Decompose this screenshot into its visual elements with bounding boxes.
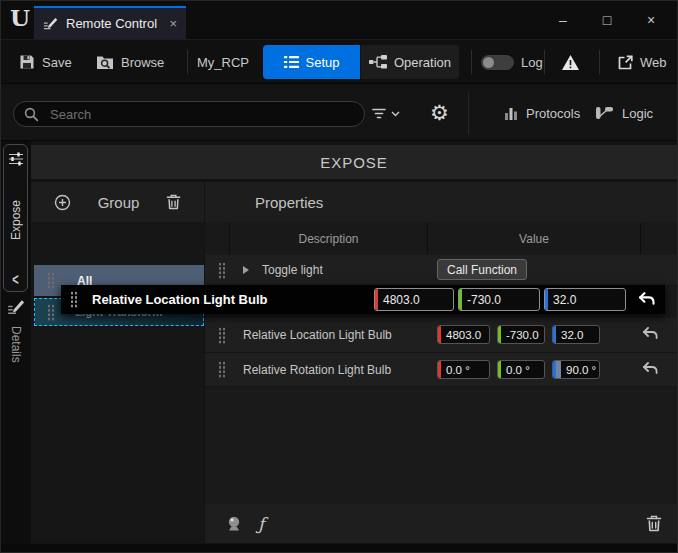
drag-preview-label: Relative Location Light Bulb — [92, 292, 268, 307]
property-label: Relative Rotation Light Bulb — [243, 363, 391, 377]
pitch-value-field[interactable]: 0.0 ° — [497, 360, 545, 379]
add-group-button[interactable] — [54, 194, 71, 211]
drag-preview-row[interactable]: Relative Location Light Bulb 4803.0 -730… — [61, 285, 665, 314]
remote-control-window: U Remote Control × – □ × Save Browse — [0, 0, 678, 553]
property-row-toggle-light[interactable]: Toggle light Call Function — [205, 255, 677, 286]
drag-handle[interactable] — [47, 272, 55, 289]
unreal-logo: U — [10, 4, 30, 31]
value-column-header[interactable]: Value — [428, 223, 641, 254]
protocols-label: Protocols — [526, 106, 580, 121]
details-tab-label: Details — [9, 326, 23, 363]
reset-to-default-icon — [638, 292, 655, 306]
toolbar-divider — [544, 50, 545, 74]
properties-panel: Properties Description Value Toggle ligh… — [205, 182, 677, 543]
details-pen-icon — [7, 298, 25, 316]
search-input[interactable] — [48, 106, 354, 123]
roll-value: 0.0 ° — [441, 364, 470, 376]
drag-handle — [70, 291, 78, 308]
property-label: Toggle light — [262, 263, 323, 277]
tab-setup[interactable]: Setup — [263, 45, 360, 79]
y-value-field[interactable]: -730.0 — [497, 325, 545, 344]
filter-button[interactable] — [372, 108, 400, 119]
drag-handle[interactable] — [218, 262, 226, 279]
close-button[interactable]: × — [629, 1, 673, 39]
expand-arrow-icon[interactable] — [243, 266, 249, 274]
expose-panel-title: EXPOSE — [31, 145, 677, 179]
protocols-button[interactable]: Protocols — [504, 97, 580, 129]
y-value: -730.0 — [462, 293, 501, 307]
sliders-icon — [8, 151, 24, 167]
x-value-field[interactable]: 4803.0 — [437, 325, 490, 344]
setup-list-icon — [284, 56, 299, 68]
delete-group-button[interactable] — [166, 194, 181, 210]
tab-close-icon[interactable]: × — [169, 17, 177, 30]
maximize-button[interactable]: □ — [585, 1, 629, 39]
group-header-label: Group — [98, 194, 140, 211]
logic-label: Logic — [622, 106, 653, 121]
group-header: Group — [31, 182, 204, 222]
warning-button[interactable] — [561, 45, 580, 79]
x-value: 4803.0 — [441, 329, 481, 341]
search-box[interactable] — [13, 101, 365, 127]
sidebar-tab-details[interactable]: Details — [1, 298, 31, 363]
y-value-field: -730.0 — [458, 288, 540, 311]
filter-funnel-icon — [372, 108, 386, 119]
pen-lines-icon — [43, 16, 58, 31]
drag-handle[interactable] — [47, 304, 55, 321]
yaw-value-field[interactable]: 90.0 ° — [552, 360, 600, 379]
toolbar-divider — [599, 50, 600, 74]
roll-value-field[interactable]: 0.0 ° — [437, 360, 490, 379]
call-function-button[interactable]: Call Function — [437, 259, 527, 280]
browse-folder-icon — [96, 54, 114, 70]
z-value: 32.0 — [548, 293, 576, 307]
minimize-button[interactable]: – — [541, 1, 585, 39]
properties-footer: ƒ — [205, 504, 677, 543]
yaw-value: 90.0 ° — [561, 364, 596, 376]
expose-actor-button[interactable] — [225, 515, 243, 532]
browse-label: Browse — [121, 55, 164, 70]
external-link-icon — [618, 55, 633, 70]
z-value: 32.0 — [556, 329, 583, 341]
search-row-divider — [468, 92, 469, 134]
group-panel: Group All Light Transform — [31, 182, 204, 543]
left-sidebar: Expose < Details — [1, 141, 31, 544]
collapse-chevron-icon[interactable]: < — [12, 270, 18, 288]
setup-label: Setup — [306, 55, 340, 70]
logic-nodes-icon — [594, 105, 614, 121]
drag-handle[interactable] — [218, 327, 226, 344]
z-value-field[interactable]: 32.0 — [552, 325, 600, 344]
preset-name-label: My_RCP — [197, 55, 249, 70]
web-label: Web — [640, 55, 667, 70]
warning-triangle-icon — [561, 54, 580, 71]
description-column-header[interactable]: Description — [230, 223, 428, 254]
reset-to-default-button[interactable] — [642, 327, 658, 340]
property-label: Relative Location Light Bulb — [243, 328, 392, 342]
tab-remote-control[interactable]: Remote Control × — [34, 6, 186, 39]
log-toggle[interactable] — [481, 55, 514, 70]
operation-label: Operation — [394, 55, 451, 70]
expose-function-button[interactable]: ƒ — [258, 514, 264, 534]
save-floppy-icon — [19, 54, 35, 70]
property-row-relative-location[interactable]: Relative Location Light Bulb 4803.0 -730… — [205, 318, 677, 353]
z-value-field: 32.0 — [544, 288, 626, 311]
bar-chart-icon — [504, 106, 518, 120]
logic-button[interactable]: Logic — [594, 97, 653, 129]
tab-operation[interactable]: Operation — [361, 45, 459, 79]
save-button[interactable]: Save — [19, 45, 72, 79]
drag-handle[interactable] — [218, 361, 226, 378]
browse-button[interactable]: Browse — [96, 45, 164, 79]
tab-title: Remote Control — [66, 16, 161, 31]
property-row-relative-rotation[interactable]: Relative Rotation Light Bulb 0.0 ° 0.0 °… — [205, 353, 677, 387]
pitch-value: 0.0 ° — [501, 364, 530, 376]
log-label: Log — [521, 55, 543, 70]
operation-graph-icon — [369, 55, 387, 69]
gear-icon[interactable]: ⚙ — [430, 97, 449, 129]
toolbar-divider — [187, 50, 188, 74]
reset-to-default-button[interactable] — [642, 362, 658, 375]
sidebar-tab-expose[interactable]: Expose < — [3, 144, 28, 292]
save-label: Save — [42, 55, 72, 70]
preset-name-button[interactable]: My_RCP — [197, 45, 249, 79]
x-value-field: 4803.0 — [374, 288, 454, 311]
delete-property-button[interactable] — [646, 515, 662, 532]
web-button[interactable]: Web — [618, 45, 667, 79]
